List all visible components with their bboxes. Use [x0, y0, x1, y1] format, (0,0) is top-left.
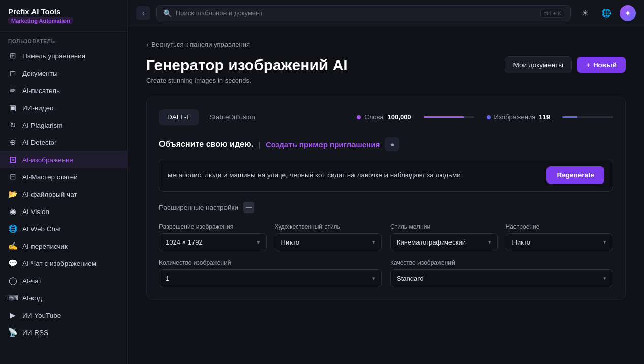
minus-icon: — [246, 204, 252, 211]
chevron-down-icon: ▾ [603, 275, 606, 282]
mood-label: Настроение [506, 223, 614, 230]
quality-select[interactable]: Standard ▾ [390, 269, 613, 287]
sidebar-item-ai-rewriter[interactable]: ✍ AI-переписчик [0, 237, 127, 255]
sidebar-item-dashboard[interactable]: ⊞ Панель управления [0, 47, 127, 65]
sidebar-item-ai-master[interactable]: ⊟ АI-Мастер статей [0, 168, 127, 186]
prompt-separator: | [259, 140, 261, 149]
sidebar-item-label: АI-Мастер статей [22, 173, 78, 181]
sidebar-item-label: Панель управления [22, 52, 85, 60]
sidebar-item-ai-rss[interactable]: 📡 ИИ RSS [0, 324, 127, 341]
mood-select[interactable]: Никто ▾ [506, 233, 614, 251]
document-icon: ◻ [8, 69, 17, 78]
sidebar-item-ai-detector[interactable]: ⊕ AI Detector [0, 134, 127, 151]
theme-toggle-button[interactable]: ☀ [577, 5, 593, 21]
mood-value: Никто [512, 238, 531, 246]
youtube-icon: ▶ [8, 311, 17, 320]
prompt-input[interactable] [168, 171, 540, 179]
page-content: ‹ Вернуться к панели управления Генерато… [128, 26, 644, 364]
back-link[interactable]: ‹ Вернуться к панели управления [146, 41, 626, 48]
count-group: Количество изображений 1 ▾ [159, 259, 382, 287]
prompt-input-row: Regenerate [159, 159, 613, 192]
topbar-actions: ☀ 🌐 ✦ [577, 5, 636, 21]
create-example-link[interactable]: Создать пример приглашения [266, 140, 380, 149]
image-icon: 🖼 [8, 155, 17, 164]
words-label: Слова [364, 113, 383, 121]
rewriter-icon: ✍ [8, 241, 17, 251]
sidebar-item-ai-video[interactable]: ▣ ИИ-видео [0, 99, 127, 116]
stat-words: Слова 100,000 [357, 113, 411, 121]
sidebar-item-ai-plagiarism[interactable]: ↻ AI Plagiarism [0, 116, 127, 134]
video-icon: ▣ [8, 103, 17, 112]
lightning-style-group: Стиль молнии Кинематографический ▾ [390, 223, 498, 251]
resolution-group: Разрешение изображения 1024 × 1792 ▾ [159, 223, 267, 251]
sidebar-item-documents[interactable]: ◻ Документы [0, 65, 127, 82]
words-dot [357, 115, 361, 119]
sidebar-item-label: AI-Чат с изображением [22, 260, 96, 267]
sidebar-item-label: ИИ RSS [22, 329, 48, 337]
new-button[interactable]: + Новый [577, 57, 626, 73]
art-style-value: Никто [281, 238, 300, 246]
tab-dalle[interactable]: DALL-E [159, 109, 199, 125]
lightning-style-select[interactable]: Кинематографический ▾ [390, 233, 498, 251]
sidebar-item-label: AI-писатель [22, 87, 60, 95]
sidebar-item-label: ИИ-видео [22, 104, 54, 112]
sidebar-item-ai-chat-image[interactable]: 💬 AI-Чат с изображением [0, 255, 127, 272]
chevron-down-icon: ▾ [372, 275, 375, 282]
resolution-select[interactable]: 1024 × 1792 ▾ [159, 233, 267, 251]
avatar[interactable]: ✦ [620, 5, 636, 21]
chat-image-icon: 💬 [8, 259, 17, 268]
sidebar-item-ai-web-chat[interactable]: 🌐 AI Web Chat [0, 220, 127, 237]
sidebar-item-ai-file-chat[interactable]: 📂 AI-файловый чат [0, 186, 127, 203]
form-grid-row1: Разрешение изображения 1024 × 1792 ▾ Худ… [159, 223, 613, 251]
chat-icon: ◯ [8, 276, 17, 285]
search-icon: ⊕ [8, 138, 17, 147]
rss-icon: 📡 [8, 328, 17, 337]
advanced-settings-toggle[interactable]: — [243, 202, 254, 213]
sidebar-item-label: AI-изображение [22, 156, 73, 164]
sidebar-item-label: AI Web Chat [22, 225, 61, 233]
collapse-sidebar-button[interactable]: ‹ [136, 6, 150, 20]
regenerate-button[interactable]: Regenerate [546, 166, 604, 184]
resolution-value: 1024 × 1792 [166, 238, 203, 246]
prompt-icon-button[interactable]: ≡ [385, 137, 399, 151]
art-style-label: Художественный стиль [275, 223, 382, 230]
images-value: 119 [539, 113, 550, 121]
tab-stable-diffusion[interactable]: StableDiffusion [201, 109, 264, 125]
art-style-select[interactable]: Никто ▾ [275, 233, 382, 251]
sidebar-item-label: ИИ YouTube [22, 312, 61, 319]
my-documents-button[interactable]: Мои документы [505, 56, 572, 73]
sidebar-item-ai-youtube[interactable]: ▶ ИИ YouTube [0, 307, 127, 324]
sidebar-item-ai-vision[interactable]: ◉ AI Vision [0, 203, 127, 220]
advanced-settings-header: Расширенные настройки — [159, 202, 613, 213]
lightning-style-value: Кинематографический [397, 238, 466, 246]
sidebar-item-ai-image[interactable]: 🖼 AI-изображение [0, 151, 127, 168]
sidebar-item-ai-writer[interactable]: ✏ AI-писатель [0, 82, 127, 99]
sidebar: Prefix AI Tools Marketing Automation ПОЛ… [0, 0, 128, 364]
sidebar-item-ai-code[interactable]: ⌨ AI-код [0, 289, 127, 307]
resolution-label: Разрешение изображения [159, 223, 267, 230]
prompt-header: Объясните свою идею. | Создать пример пр… [159, 137, 613, 151]
language-button[interactable]: 🌐 [598, 5, 615, 21]
page-actions: Мои документы + Новый [505, 56, 626, 73]
chevron-down-icon: ▾ [603, 239, 606, 246]
brand-subtitle: Marketing Automation [8, 17, 73, 24]
chevron-down-icon: ▾ [372, 239, 375, 246]
count-select[interactable]: 1 ▾ [159, 269, 382, 287]
stat-images: Изображения 119 [487, 113, 550, 121]
sidebar-item-label: AI Vision [22, 208, 49, 216]
code-icon: ⌨ [8, 293, 17, 302]
vision-icon: ◉ [8, 207, 17, 216]
search-input[interactable] [176, 9, 536, 17]
sidebar-item-label: AI Detector [22, 139, 57, 146]
file-chat-icon: 📂 [8, 190, 17, 199]
new-button-label: Новый [593, 61, 617, 69]
count-value: 1 [166, 275, 169, 282]
chevron-down-icon: ▾ [257, 239, 260, 246]
sidebar-section-label: ПОЛЬЗОВАТЕЛЬ [0, 32, 127, 47]
sidebar-item-label: AI Plagiarism [22, 122, 63, 129]
content-card: DALL-E StableDiffusion Слова 100,000 Изо… [146, 97, 626, 300]
quality-group: Качество изображений Standard ▾ [390, 259, 613, 287]
articles-icon: ⊟ [8, 172, 17, 181]
quality-label: Качество изображений [390, 259, 613, 266]
sidebar-item-ai-chat[interactable]: ◯ AI-чат [0, 272, 127, 289]
